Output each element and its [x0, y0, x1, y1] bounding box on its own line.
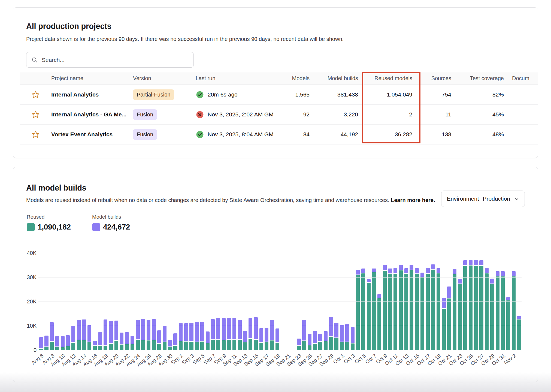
model-builds-segment: [351, 327, 355, 343]
model-builds-segment: [131, 336, 134, 343]
model-builds-segment: [50, 322, 54, 341]
reused-segment: [367, 283, 371, 350]
project-link[interactable]: Internal Analytics: [51, 91, 99, 98]
model-builds-segment: [302, 320, 306, 340]
projects-table: Project name Version Last run Models Mod…: [13, 72, 538, 144]
model-builds-segment: [206, 331, 210, 343]
model-builds-segment: [469, 260, 473, 265]
reused-segment: [313, 344, 317, 350]
project-search[interactable]: [26, 52, 194, 68]
reused-segment: [506, 300, 510, 350]
search-input[interactable]: [42, 57, 189, 63]
model-builds-segment: [82, 319, 86, 340]
model-builds-segment: [163, 326, 166, 342]
model-builds-segment: [259, 328, 263, 342]
reused-segment: [206, 343, 210, 350]
model-builds-segment: [71, 326, 75, 342]
reused-segment: [136, 340, 140, 350]
model-builds-segment: [420, 273, 424, 277]
reused-segment: [308, 345, 311, 350]
reused-segment: [458, 284, 462, 350]
test-coverage-value: 82%: [451, 91, 504, 98]
model-builds-segment: [426, 268, 429, 273]
reused-segment: [141, 340, 145, 350]
reused-segment: [259, 343, 263, 350]
reused-segment: [195, 342, 199, 350]
reused-segment: [399, 270, 403, 350]
model-builds-segment: [216, 318, 220, 339]
model-builds-segment: [496, 271, 499, 276]
model-builds-segment: [157, 330, 161, 343]
model-builds-value: 44,192: [310, 131, 358, 138]
x-axis-tick: Sep 3: [181, 353, 195, 366]
reused-segment: [276, 343, 279, 350]
model-builds-segment: [442, 298, 446, 308]
environment-select[interactable]: Environment Production: [441, 191, 525, 207]
model-builds-segment: [39, 337, 43, 349]
legend-item-reused: Reused 1,090,182: [27, 214, 71, 231]
learn-more-link[interactable]: Learn more here.: [391, 197, 435, 203]
reused-segment: [512, 276, 516, 350]
reused-segment: [50, 342, 54, 350]
model-builds-segment: [506, 297, 510, 300]
reused-segment: [163, 342, 166, 350]
favorite-star-icon[interactable]: [31, 130, 40, 139]
reused-segment: [329, 337, 333, 350]
col-test-coverage: Test coverage: [451, 75, 504, 82]
reused-segment: [249, 339, 252, 350]
legend-label: Reused: [27, 214, 71, 220]
y-axis-tick: 20K: [26, 298, 37, 305]
reused-swatch: [27, 223, 35, 231]
model-builds-segment: [200, 322, 204, 341]
favorite-star-icon[interactable]: [31, 91, 40, 99]
reused-segment: [109, 344, 113, 350]
environment-label: Environment: [447, 195, 479, 202]
reused-segment: [404, 274, 408, 350]
project-link[interactable]: Vortex Event Analytics: [51, 131, 113, 137]
y-axis-tick: 30K: [26, 274, 37, 281]
model-builds-segment: [93, 341, 97, 345]
reused-segment: [372, 272, 376, 350]
col-last-run: Last run: [196, 75, 286, 82]
model-builds-segment: [308, 334, 311, 345]
favorite-star-icon[interactable]: [31, 110, 40, 119]
reused-segment: [302, 341, 306, 350]
run-success-icon: [196, 91, 204, 99]
legend-value: 1,090,182: [38, 223, 71, 231]
model-builds-segment: [356, 270, 360, 275]
environment-value: Production: [483, 195, 510, 202]
reused-segment: [222, 340, 226, 350]
reused-segment: [479, 266, 483, 350]
reused-segment: [82, 340, 86, 350]
builds-card-title: All model builds: [26, 183, 86, 192]
model-builds-segment: [340, 325, 344, 342]
model-builds-segment: [125, 332, 129, 344]
sources-value: 11: [412, 111, 451, 118]
table-row-internal-analytics-ga: Internal Analytics - GA Me... Fusion Nov…: [20, 105, 538, 125]
reused-segment: [104, 346, 107, 350]
chevron-down-icon: [514, 197, 519, 201]
reused-segment: [200, 342, 204, 350]
reused-segment: [463, 266, 467, 350]
model-builds-segment: [447, 287, 451, 298]
project-link[interactable]: Internal Analytics - GA Me...: [51, 111, 126, 117]
col-version: Version: [133, 75, 196, 82]
reused-segment: [490, 284, 494, 350]
reused-segment: [340, 342, 344, 350]
table-row-internal-analytics: Internal Analytics Partial-Fusion 20m 6s…: [20, 85, 538, 105]
last-run-value: 20m 6s ago: [208, 91, 238, 98]
reused-segment: [474, 266, 478, 350]
y-axis-tick: 40K: [26, 250, 37, 256]
reused-segment: [496, 276, 499, 350]
run-error-icon: [196, 110, 204, 119]
builds-card-subtitle: Models are reused instead of rebuilt whe…: [26, 197, 435, 203]
gridline-20K: [38, 301, 522, 302]
reused-segment: [334, 338, 338, 350]
reused-segment: [388, 274, 392, 350]
model-builds-segment: [474, 260, 478, 265]
models-value: 92: [286, 111, 310, 118]
reused-segment: [147, 340, 150, 350]
model-builds-segment: [388, 269, 392, 274]
reused-segment: [61, 347, 65, 350]
model-builds-segment: [104, 319, 107, 345]
